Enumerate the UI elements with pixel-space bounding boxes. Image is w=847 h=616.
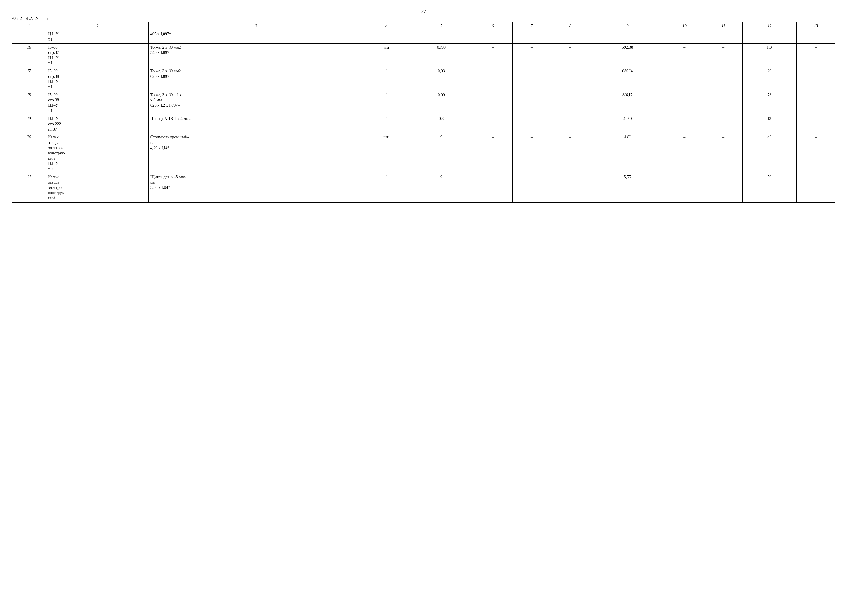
table-row: 2IКальк. завода электро- конструк- цийЩи…: [12, 173, 835, 202]
cell-row4-col11: –: [704, 115, 743, 133]
cell-row6-col11: –: [704, 173, 743, 202]
cell-row2-col13: –: [797, 67, 835, 91]
col-header-13: 13: [797, 22, 835, 30]
col-header-1: 1: [12, 22, 46, 30]
cell-row3-col6: –: [474, 91, 512, 115]
col-header-11: 11: [704, 22, 743, 30]
cell-row5-col1: 20: [12, 133, 46, 173]
col-header-3: 3: [148, 22, 364, 30]
cell-row2-col6: –: [474, 67, 512, 91]
cell-row0-col3: 405 x I,097=: [148, 30, 364, 43]
cell-row3-col3: То же, 3 х IO + I х х 6 мм 620 х I,2 х I…: [148, 91, 364, 115]
cell-row2-col2: I5–09 стр.38 Ц.I–У т.I: [46, 67, 149, 91]
cell-row6-col10: –: [665, 173, 704, 202]
cell-row5-col11: –: [704, 133, 743, 173]
cell-row1-col11: –: [704, 43, 743, 67]
cell-row3-col12: 73: [743, 91, 797, 115]
cell-row3-col5: 0,09: [409, 91, 474, 115]
main-table: 1 2 3 4 5 6 7 8 9 10 11 12 13 Ц.I–У т.I4…: [12, 22, 835, 202]
col-header-10: 10: [665, 22, 704, 30]
cell-row6-col1: 2I: [12, 173, 46, 202]
table-row: 16I5–09 стр.37 Ц.I–У т.IТо же, 2 х IO мм…: [12, 43, 835, 67]
table-row: 20Кальк. завода электро- конструк- ций Ц…: [12, 133, 835, 173]
cell-row0-col7: [512, 30, 551, 43]
cell-row0-col11: [704, 30, 743, 43]
table-row: I8I5–09 стр.38 Ц.I–У т.IТо же, 3 х IO + …: [12, 91, 835, 115]
col-header-9: 9: [590, 22, 665, 30]
doc-ref: 903–2–14 .Аз.УП,ч.5: [12, 16, 835, 21]
cell-row4-col9: 4I,50: [590, 115, 665, 133]
cell-row6-col3: Щиток для ж.-б.опо- ры 5,30 х I,047=: [148, 173, 364, 202]
col-header-8: 8: [551, 22, 590, 30]
cell-row4-col8: –: [551, 115, 590, 133]
cell-row5-col2: Кальк. завода электро- конструк- ций Ц.I…: [46, 133, 149, 173]
cell-row5-col9: 4,8I: [590, 133, 665, 173]
cell-row6-col8: –: [551, 173, 590, 202]
table-row: I7I5–09 стр.38 Ц.I–У т.IТо же, 3 х IO мм…: [12, 67, 835, 91]
cell-row1-col8: –: [551, 43, 590, 67]
cell-row2-col7: –: [512, 67, 551, 91]
cell-row3-col2: I5–09 стр.38 Ц.I–У т.I: [46, 91, 149, 115]
cell-row3-col9: 8I6,I7: [590, 91, 665, 115]
page-title: – 27 –: [12, 9, 835, 15]
cell-row3-col8: –: [551, 91, 590, 115]
cell-row1-col9: 592,38: [590, 43, 665, 67]
cell-row1-col2: I5–09 стр.37 Ц.I–У т.I: [46, 43, 149, 67]
cell-row4-col10: –: [665, 115, 704, 133]
cell-row3-col1: I8: [12, 91, 46, 115]
col-header-4: 4: [364, 22, 409, 30]
cell-row2-col12: 20: [743, 67, 797, 91]
cell-row0-col6: [474, 30, 512, 43]
cell-row5-col4: шт.: [364, 133, 409, 173]
col-header-5: 5: [409, 22, 474, 30]
cell-row6-col13: –: [797, 173, 835, 202]
cell-row3-col11: –: [704, 91, 743, 115]
cell-row0-col12: [743, 30, 797, 43]
cell-row1-col13: –: [797, 43, 835, 67]
cell-row2-col9: 680,I4: [590, 67, 665, 91]
cell-row5-col8: –: [551, 133, 590, 173]
cell-row6-col9: 5,55: [590, 173, 665, 202]
cell-row1-col1: 16: [12, 43, 46, 67]
cell-row0-col9: [590, 30, 665, 43]
cell-row0-col8: [551, 30, 590, 43]
cell-row3-col13: –: [797, 91, 835, 115]
cell-row3-col7: –: [512, 91, 551, 115]
cell-row0-col10: [665, 30, 704, 43]
cell-row4-col13: –: [797, 115, 835, 133]
cell-row6-col12: 50: [743, 173, 797, 202]
cell-row0-col5: [409, 30, 474, 43]
cell-row6-col4: ": [364, 173, 409, 202]
cell-row4-col3: Провод АПВ–I х 4 мм2: [148, 115, 364, 133]
cell-row3-col10: –: [665, 91, 704, 115]
cell-row0-col2: Ц.I–У т.I: [46, 30, 149, 43]
col-header-12: 12: [743, 22, 797, 30]
cell-row1-col6: –: [474, 43, 512, 67]
cell-row6-col5: 9: [409, 173, 474, 202]
cell-row4-col5: 0,3: [409, 115, 474, 133]
cell-row0-col13: [797, 30, 835, 43]
cell-row2-col3: То же, 3 х IO мм2 620 х I,097=: [148, 67, 364, 91]
cell-row6-col6: –: [474, 173, 512, 202]
cell-row5-col10: –: [665, 133, 704, 173]
cell-row5-col6: –: [474, 133, 512, 173]
cell-row4-col4: ": [364, 115, 409, 133]
cell-row1-col4: мм: [364, 43, 409, 67]
cell-row6-col2: Кальк. завода электро- конструк- ций: [46, 173, 149, 202]
cell-row5-col7: –: [512, 133, 551, 173]
cell-row2-col10: –: [665, 67, 704, 91]
cell-row1-col10: –: [665, 43, 704, 67]
cell-row1-col5: 0,I90: [409, 43, 474, 67]
cell-row4-col6: –: [474, 115, 512, 133]
cell-row4-col12: I2: [743, 115, 797, 133]
col-header-2: 2: [46, 22, 149, 30]
table-row: I9Ц.I–У стр.222 п.I87Провод АПВ–I х 4 мм…: [12, 115, 835, 133]
cell-row0-col4: [364, 30, 409, 43]
cell-row4-col7: –: [512, 115, 551, 133]
cell-row4-col2: Ц.I–У стр.222 п.I87: [46, 115, 149, 133]
cell-row4-col1: I9: [12, 115, 46, 133]
cell-row6-col7: –: [512, 173, 551, 202]
cell-row1-col3: То же, 2 х IO мм2 540 х I,097=: [148, 43, 364, 67]
cell-row2-col1: I7: [12, 67, 46, 91]
cell-row2-col11: –: [704, 67, 743, 91]
